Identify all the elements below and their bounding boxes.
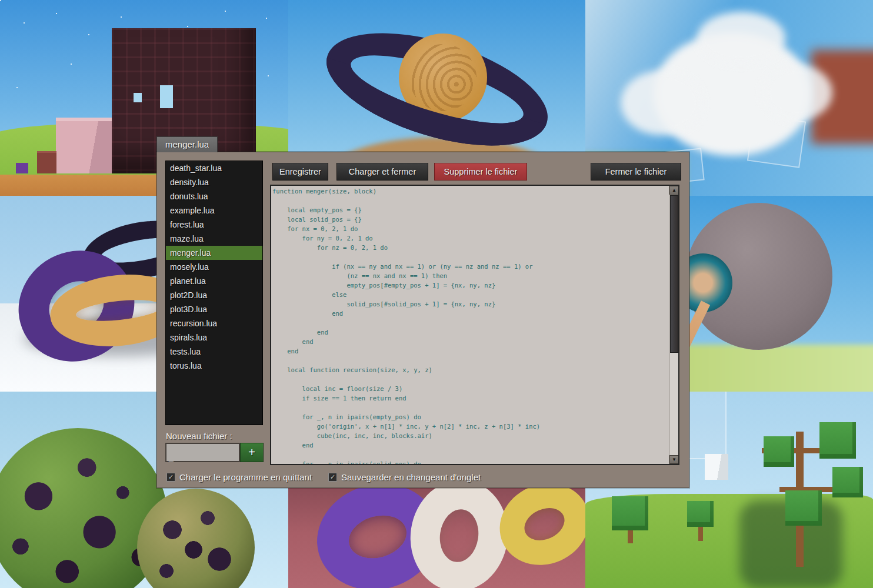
tree-foliage (764, 436, 794, 467)
file-item[interactable]: forest.lua (166, 218, 262, 232)
file-item[interactable]: plot2D.lua (166, 288, 262, 302)
menger-cube-red (37, 151, 56, 173)
option-load-on-quit: ✓ Charger le programme en quittant (166, 472, 312, 482)
tab-menger-lua[interactable]: menger.lua (156, 136, 218, 152)
stars (0, 0, 1, 1)
tree-foliage (832, 467, 863, 497)
file-item[interactable]: death_star.lua (166, 161, 262, 175)
file-item[interactable]: planet.lua (166, 274, 262, 288)
file-item[interactable]: donuts.lua (166, 189, 262, 203)
white-cube (705, 454, 728, 480)
file-item[interactable]: menger.lua (166, 246, 262, 260)
file-item[interactable]: plot3D.lua (166, 302, 262, 316)
tree-foliage (785, 490, 822, 526)
menger-cube-pink (56, 118, 112, 173)
option-label: Sauvegarder en changeant d'onglet (341, 472, 481, 482)
text-cursor: _ (169, 453, 174, 462)
tree-foliage (612, 496, 648, 530)
save-on-tab-change-checkbox[interactable]: ✓ (328, 473, 337, 482)
cloud-blob (697, 12, 785, 65)
menger-cube-purple (16, 163, 28, 173)
code-text[interactable]: function menger(size, block) local empty… (272, 186, 668, 464)
cloud-blob (762, 65, 832, 121)
file-item[interactable]: density.lua (166, 175, 262, 189)
file-item[interactable]: maze.lua (166, 232, 262, 246)
file-item[interactable]: spirals.lua (166, 330, 262, 345)
save-button[interactable]: Enregistrer (272, 163, 328, 181)
scroll-down-icon[interactable]: ▼ (669, 455, 679, 464)
tree-foliage (687, 501, 714, 527)
file-list: death_star.luadensity.luadonuts.luaexamp… (165, 161, 263, 425)
load-on-quit-checkbox[interactable]: ✓ (166, 473, 175, 482)
window-hole (134, 93, 142, 102)
add-file-button[interactable]: + (240, 443, 264, 462)
new-file-input[interactable]: _ (165, 443, 240, 462)
file-item[interactable]: example.lua (166, 203, 262, 218)
file-item[interactable]: mosely.lua (166, 260, 262, 274)
option-save-on-tab-change: ✓ Sauvegarder en changeant d'onglet (328, 472, 481, 482)
file-item[interactable]: recursion.lua (166, 316, 262, 330)
code-editor[interactable]: function menger(size, block) local empty… (270, 185, 679, 465)
new-file-label: Nouveau fichier : (166, 431, 232, 441)
cloud-blob (621, 71, 703, 135)
screen: menger.lua death_star.luadensity.luadonu… (0, 0, 873, 588)
scroll-up-icon[interactable]: ▲ (669, 186, 679, 195)
close-file-button[interactable]: Fermer le fichier (591, 163, 681, 181)
window-hole (160, 85, 173, 108)
file-item[interactable]: torus.lua (166, 359, 262, 373)
load-and-close-button[interactable]: Charger et fermer (336, 163, 428, 181)
file-item[interactable]: tests.lua (166, 345, 262, 359)
option-label: Charger le programme en quittant (179, 472, 312, 482)
checkmark-icon: ✓ (330, 473, 335, 480)
checkmark-icon: ✓ (168, 473, 174, 480)
lua-editor-dialog: death_star.luadensity.luadonuts.luaexamp… (156, 152, 689, 488)
vertical-scrollbar[interactable]: ▲ ▼ (669, 186, 678, 464)
delete-file-button[interactable]: Supprimer le fichier (434, 163, 527, 181)
scrollbar-thumb[interactable] (670, 195, 678, 353)
tree-foliage (819, 422, 856, 459)
